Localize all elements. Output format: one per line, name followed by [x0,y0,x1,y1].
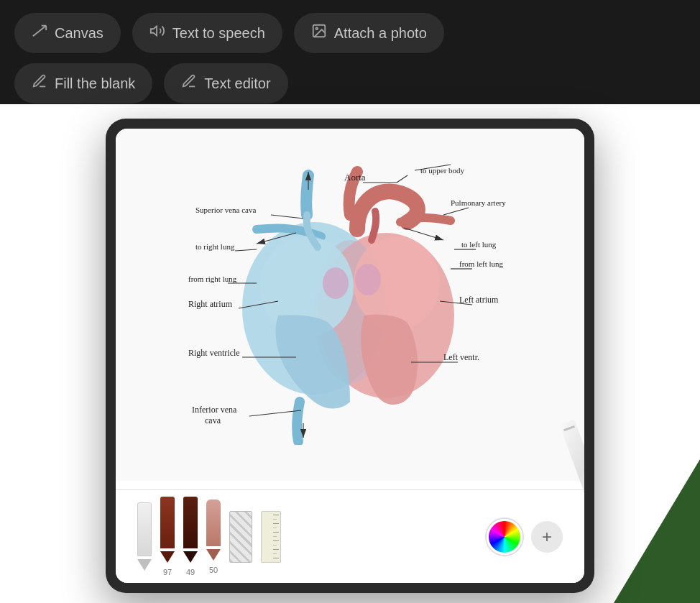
svg-text:cava: cava [205,415,221,425]
pen-tool-white[interactable] [137,502,152,571]
ruler-tool[interactable] [261,511,281,563]
svg-text:Left ventr.: Left ventr. [443,352,479,362]
toolbar-row-2: Fill the blank Text editor [14,63,686,103]
svg-text:Right ventricle: Right ventricle [188,348,240,358]
speaker-icon [149,23,165,43]
pen-tool-red[interactable]: 97 [160,497,175,576]
svg-text:Inferior vena: Inferior vena [192,405,237,415]
svg-line-0 [33,26,46,37]
pen-pink-label: 50 [209,566,218,574]
eraser-tool[interactable] [229,511,252,563]
pen-white-body [137,502,152,556]
pen-darkred-tip [183,551,198,563]
pen-tool-pink[interactable]: 50 [206,500,221,574]
add-tool-button[interactable]: + [531,521,563,553]
add-icon: + [542,527,552,547]
svg-line-14 [397,175,407,183]
content-area: Aorta to upper body Pulmonary artery Sup… [0,104,700,603]
svg-text:Left atrium: Left atrium [459,295,499,305]
image-icon [311,23,327,43]
svg-point-12 [355,264,381,295]
pencil-band [563,425,575,431]
svg-point-11 [323,267,349,299]
canvas-label: Canvas [55,25,103,42]
attach-photo-label: Attach a photo [334,25,427,42]
pen-pink-body [206,500,221,546]
svg-text:Superior vena cava: Superior vena cava [195,206,256,214]
pen-white-tip [137,559,152,571]
green-corner-decoration [614,459,700,603]
pen-pink-tip [206,549,221,561]
pen-tool-darkred[interactable]: 49 [183,497,198,576]
svg-marker-3 [151,27,157,36]
svg-text:from right lung: from right lung [188,275,237,283]
svg-text:to upper body: to upper body [420,166,465,175]
text-editor-label: Text editor [204,75,270,92]
tablet-drawing-toolbar: 97 49 50 [116,489,584,583]
pen-red-label: 97 [163,568,172,576]
svg-text:from left lung: from left lung [459,259,504,268]
svg-point-5 [316,27,318,29]
text-editor-button[interactable]: Text editor [164,63,287,103]
toolbar-row-1: Canvas Text to speech Attach a photo [14,13,686,53]
text-to-speech-label: Text to speech [172,25,265,42]
pen-darkred-body [183,497,198,548]
text-to-speech-button[interactable]: Text to speech [132,13,282,53]
text-editor-icon [181,73,197,93]
svg-line-18 [235,249,257,251]
ruler-marks [273,515,279,558]
svg-text:Right atrium: Right atrium [188,299,233,309]
svg-line-16 [443,208,469,215]
diagram-area[interactable]: Aorta to upper body Pulmonary artery Sup… [116,129,584,481]
svg-text:Aorta: Aorta [344,172,366,183]
pen-red-tip [160,551,175,563]
ruler-body [261,511,281,563]
toolbar: Canvas Text to speech Attach a photo [0,0,700,112]
canvas-icon [32,23,47,43]
tablet-screen: Aorta to upper body Pulmonary artery Sup… [116,129,584,583]
color-wheel-button[interactable] [487,519,522,555]
fill-blank-label: Fill the blank [55,75,135,92]
svg-text:to left lung: to left lung [461,240,497,249]
pen-red-body [160,497,175,548]
attach-photo-button[interactable]: Attach a photo [294,13,444,53]
pen-darkred-label: 49 [186,568,195,576]
tablet-device: Aorta to upper body Pulmonary artery Sup… [106,119,594,593]
heart-diagram-svg: Aorta to upper body Pulmonary artery Sup… [185,143,515,445]
svg-text:to right lung: to right lung [195,242,235,251]
eraser-body [229,511,252,563]
canvas-button[interactable]: Canvas [14,13,121,53]
svg-line-17 [271,215,303,218]
fill-blank-button[interactable]: Fill the blank [14,63,152,103]
svg-text:Pulmonary artery: Pulmonary artery [451,198,506,207]
fill-blank-icon [32,73,47,93]
